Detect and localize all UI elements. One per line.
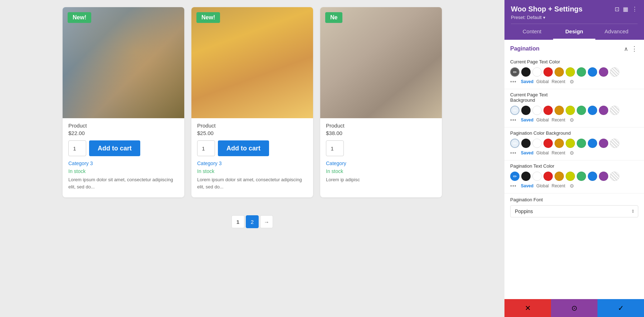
swatch-orange-3[interactable] — [555, 172, 564, 181]
swatch-yellow-1[interactable] — [566, 106, 575, 115]
product-actions-3 — [320, 140, 442, 156]
saved-link-3[interactable]: Saved — [521, 183, 533, 188]
dots-0[interactable]: ••• — [510, 79, 517, 85]
global-link-1[interactable]: Global — [536, 117, 549, 123]
swatch-white-1[interactable] — [532, 106, 542, 115]
swatch-black-0[interactable] — [521, 67, 531, 77]
color-picker-0[interactable]: ✏ — [510, 67, 519, 77]
layout-icon[interactable]: ▦ — [623, 6, 628, 13]
swatch-blue-2[interactable] — [588, 139, 597, 148]
swatch-green-1[interactable] — [577, 106, 586, 115]
recent-link-1[interactable]: Recent — [552, 117, 565, 123]
dots-1[interactable]: ••• — [510, 117, 517, 123]
collapse-button[interactable]: ∧ — [624, 45, 628, 52]
swatch-red-2[interactable] — [543, 139, 553, 148]
font-select[interactable]: Poppins Roboto Open Sans — [510, 205, 638, 217]
product-img-2 — [191, 7, 313, 118]
product-category-3[interactable]: Category — [320, 160, 442, 166]
tab-advanced[interactable]: Advanced — [595, 24, 638, 40]
swatch-red-1[interactable] — [543, 106, 553, 115]
panel-title-row: Woo Shop + Settings ⊡ ▦ ⋮ — [511, 5, 638, 13]
swatch-black-3[interactable] — [521, 172, 531, 181]
dots-3[interactable]: ••• — [510, 183, 517, 189]
product-card-2: New! Product $25.00 Add to cart Category… — [191, 7, 313, 197]
swatch-yellow-2[interactable] — [566, 139, 575, 148]
page-btn-1[interactable]: 1 — [231, 215, 244, 228]
swatch-black-1[interactable] — [521, 106, 531, 115]
global-link-2[interactable]: Global — [536, 150, 549, 155]
product-image-2: New! — [191, 7, 313, 118]
swatch-yellow-3[interactable] — [566, 172, 575, 181]
dots-2[interactable]: ••• — [510, 150, 517, 156]
product-category-2[interactable]: Category 3 — [191, 160, 313, 166]
save-icon: ✓ — [618, 304, 624, 312]
global-link-3[interactable]: Global — [536, 183, 549, 188]
swatch-striped-2[interactable] — [610, 139, 619, 148]
product-category-1[interactable]: Category 3 — [63, 160, 184, 166]
saved-link-1[interactable]: Saved — [521, 117, 533, 123]
color-picker-3[interactable]: ✏ — [510, 172, 519, 181]
swatch-black-2[interactable] — [521, 139, 531, 148]
qty-input-3[interactable] — [326, 140, 344, 156]
swatch-purple-2[interactable] — [599, 139, 608, 148]
product-stock-3: In stock — [320, 168, 442, 174]
recent-link-3[interactable]: Recent — [552, 183, 565, 188]
swatch-blue-3[interactable] — [588, 172, 597, 181]
qty-input-1[interactable] — [68, 140, 86, 156]
swatch-red-0[interactable] — [543, 67, 553, 77]
swatch-green-0[interactable] — [577, 67, 586, 77]
swatch-green-3[interactable] — [577, 172, 586, 181]
swatch-purple-3[interactable] — [599, 172, 608, 181]
panel-preset[interactable]: Preset: Default — [511, 15, 638, 20]
swatch-orange-0[interactable] — [555, 67, 564, 77]
recent-link-0[interactable]: Recent — [552, 79, 565, 84]
saved-link-0[interactable]: Saved — [521, 79, 533, 84]
add-to-cart-btn-2[interactable]: Add to cart — [218, 140, 269, 156]
color-row-links-0: ••• Saved Global Recent ⚙ — [510, 79, 638, 87]
gear-icon-0[interactable]: ⚙ — [570, 79, 574, 85]
swatch-orange-2[interactable] — [555, 139, 564, 148]
swatch-striped-0[interactable] — [610, 67, 619, 77]
gear-icon-1[interactable]: ⚙ — [570, 117, 574, 123]
pagination: 1 2 → — [231, 215, 273, 228]
section-more-button[interactable]: ⋮ — [631, 45, 638, 53]
swatch-orange-1[interactable] — [555, 106, 564, 115]
product-info-3: Product $38.00 — [320, 118, 442, 136]
section-header: Pagination ∧ ⋮ — [504, 40, 644, 56]
product-stock-2: In stock — [191, 168, 313, 174]
saved-link-2[interactable]: Saved — [521, 150, 533, 155]
add-to-cart-btn-1[interactable]: Add to cart — [89, 140, 140, 156]
expand-icon[interactable]: ⊡ — [615, 6, 619, 13]
recent-link-2[interactable]: Recent — [552, 150, 565, 155]
pagination-text-color-label: Pagination Text Color — [510, 163, 638, 169]
page-next-arrow[interactable]: → — [260, 215, 273, 228]
swatch-purple-0[interactable] — [599, 67, 608, 77]
swatch-white-2[interactable] — [532, 139, 542, 148]
color-picker-2[interactable]: ✏ — [510, 139, 519, 148]
product-price-1: $22.00 — [68, 130, 179, 136]
swatch-striped-3[interactable] — [610, 172, 619, 181]
swatch-white-0[interactable] — [532, 67, 542, 77]
qty-input-2[interactable] — [197, 140, 215, 156]
cancel-button[interactable]: ✕ — [504, 299, 551, 317]
tab-design[interactable]: Design — [553, 24, 595, 40]
font-dropdown-wrapper: Poppins Roboto Open Sans — [510, 205, 638, 217]
color-picker-1[interactable]: ✏ — [510, 106, 519, 115]
swatch-striped-1[interactable] — [610, 106, 619, 115]
tab-content[interactable]: Content — [511, 24, 553, 40]
swatch-red-3[interactable] — [543, 172, 553, 181]
page-btn-2[interactable]: 2 — [246, 215, 259, 228]
swatch-blue-1[interactable] — [588, 106, 597, 115]
swatch-blue-0[interactable] — [588, 67, 597, 77]
global-link-0[interactable]: Global — [536, 79, 549, 84]
swatch-yellow-0[interactable] — [566, 67, 575, 77]
more-options-icon[interactable]: ⋮ — [632, 6, 638, 13]
product-img-3 — [320, 7, 442, 118]
save-button[interactable]: ✓ — [597, 299, 644, 317]
swatch-purple-1[interactable] — [599, 106, 608, 115]
middle-button[interactable]: ⊙ — [551, 299, 597, 317]
gear-icon-2[interactable]: ⚙ — [570, 150, 574, 156]
swatch-white-3[interactable] — [532, 172, 542, 181]
swatch-green-2[interactable] — [577, 139, 586, 148]
gear-icon-3[interactable]: ⚙ — [570, 183, 574, 189]
